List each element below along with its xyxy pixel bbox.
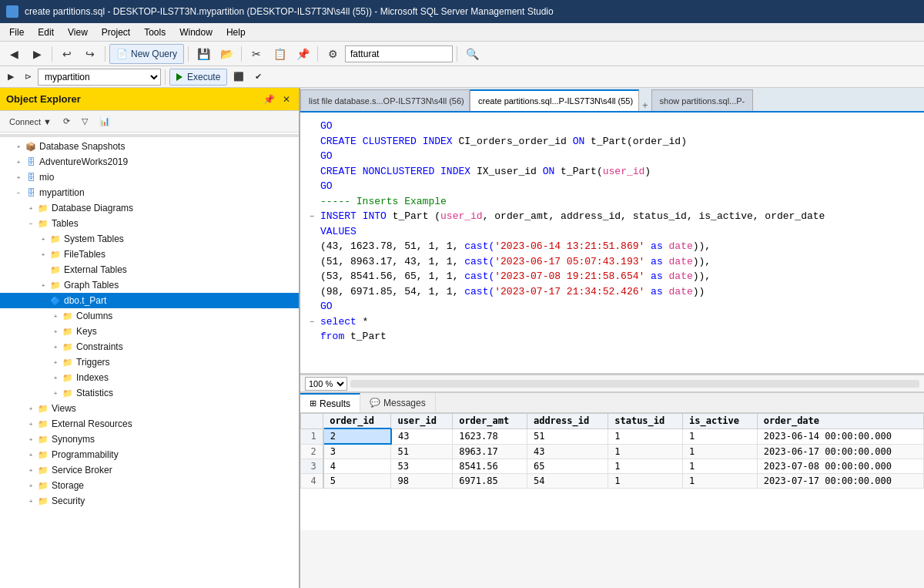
settings-btn[interactable]: ⚙ (322, 44, 343, 64)
cell-status_id-row1[interactable]: 1 (608, 428, 683, 444)
oe-filter-btn[interactable]: ▽ (77, 112, 92, 132)
expand-graph-tables[interactable]: + (37, 279, 49, 291)
tree-item-tables[interactable]: − 📁 Tables (0, 216, 299, 231)
col-header-is-active[interactable]: is_active (683, 414, 758, 429)
menu-item-file[interactable]: File (3, 25, 30, 39)
new-query-button[interactable]: 📄 New Query (109, 44, 184, 64)
expand-adventureworks[interactable]: + (12, 156, 25, 168)
col-header-user-id[interactable]: user_id (391, 414, 453, 429)
cut-btn[interactable]: ✂ (246, 44, 267, 64)
oe-pin-btn[interactable]: 📌 (261, 93, 277, 106)
copy-btn[interactable]: 📋 (269, 44, 290, 64)
tree-item-indexes[interactable]: + 📁 Indexes (0, 370, 299, 385)
results-tab-messages[interactable]: 💬 Messages (360, 393, 436, 412)
tab-add-button[interactable]: + (639, 99, 651, 111)
tab-create-partitions[interactable]: create partitions.sql...P-ILS7T3N\s4ll (… (470, 89, 639, 111)
cell-is_active-row4[interactable]: 1 (683, 474, 758, 489)
search-input[interactable] (345, 45, 453, 62)
tree-item-database-snapshots[interactable]: + 📦 Database Snapshots (0, 139, 299, 154)
expand-dbo-t-part[interactable]: − (37, 294, 49, 307)
cell-order_amt-row3[interactable]: 8541.56 (453, 459, 527, 474)
toolbar2-icon2-btn[interactable]: ⊳ (20, 67, 36, 87)
col-header-order-amt[interactable]: order_amt (453, 414, 527, 429)
expand-views[interactable]: + (25, 402, 37, 415)
cell-order_id-row1[interactable]: 2 (323, 428, 391, 444)
cell-is_active-row3[interactable]: 1 (683, 459, 758, 474)
cell-user_id-row4[interactable]: 98 (391, 474, 453, 489)
tree-item-constraints[interactable]: + 📁 Constraints (0, 339, 299, 354)
expand-external-resources[interactable]: + (25, 418, 37, 430)
table-row[interactable]: 12431623.7851112023-06-14 00:00:00.000 (301, 428, 924, 444)
cell-user_id-row3[interactable]: 53 (391, 459, 453, 474)
save-btn[interactable]: 💾 (192, 44, 214, 64)
cell-status_id-row3[interactable]: 1 (608, 459, 683, 474)
col-header-status-id[interactable]: status_id (608, 414, 683, 429)
oe-close-btn[interactable]: ✕ (280, 93, 293, 106)
cell-order_id-row2[interactable]: 3 (323, 444, 391, 459)
tree-item-synonyms[interactable]: + 📁 Synonyms (0, 432, 299, 447)
expand-columns[interactable]: + (49, 310, 62, 322)
tab-show-partitions[interactable]: show partitions.sql...P- (651, 89, 754, 111)
tree-item-graph-tables[interactable]: + 📁 Graph Tables (0, 277, 299, 293)
tab-list-file[interactable]: list file database.s...OP-ILS7T3N\s4ll (… (300, 89, 470, 111)
expand-tables[interactable]: − (25, 217, 37, 230)
cell-order_id-row4[interactable]: 5 (323, 474, 391, 489)
tree-item-adventureworks[interactable]: + 🗄 AdventureWorks2019 (0, 154, 299, 170)
cell-user_id-row2[interactable]: 51 (391, 444, 453, 459)
paste-btn[interactable]: 📌 (292, 44, 313, 64)
col-header-order-id[interactable]: order_id (323, 414, 391, 429)
expand-indexes[interactable]: + (49, 371, 62, 384)
cell-order_id-row3[interactable]: 4 (323, 459, 391, 474)
tree-item-db-diagrams[interactable]: + 📁 Database Diagrams (0, 200, 299, 216)
cell-address_id-row2[interactable]: 43 (527, 444, 608, 459)
col-header-address-id[interactable]: address_id (527, 414, 608, 429)
cell-address_id-row3[interactable]: 65 (527, 459, 608, 474)
cell-order_amt-row1[interactable]: 1623.78 (453, 428, 527, 444)
expand-mypartition[interactable]: − (12, 186, 25, 199)
col-header-order-date[interactable]: order_date (757, 414, 923, 429)
tree-item-triggers[interactable]: + 📁 Triggers (0, 354, 299, 370)
search-btn[interactable]: 🔍 (461, 44, 483, 64)
expand-db-diagrams[interactable]: + (25, 202, 37, 214)
tree-item-storage[interactable]: + 📁 Storage (0, 478, 299, 493)
tree-item-columns[interactable]: + 📁 Columns (0, 308, 299, 324)
expand-storage[interactable]: + (25, 479, 37, 492)
expand-filetables[interactable]: + (37, 248, 49, 260)
menu-item-help[interactable]: Help (220, 25, 252, 39)
zoom-select[interactable]: 100 % (305, 377, 347, 391)
menu-item-window[interactable]: Window (173, 25, 219, 39)
redo-btn[interactable]: ↪ (79, 44, 101, 64)
oe-refresh-btn[interactable]: ⟳ (59, 112, 75, 132)
database-select[interactable]: mypartition (38, 69, 161, 86)
cell-user_id-row1[interactable]: 43 (391, 428, 453, 444)
cell-address_id-row4[interactable]: 54 (527, 474, 608, 489)
stop-btn[interactable]: ⬛ (229, 67, 249, 87)
toolbar2-icon-btn[interactable]: ▶ (3, 67, 18, 87)
tree-item-security[interactable]: + 📁 Security (0, 493, 299, 509)
expand-programmability[interactable]: + (25, 449, 37, 461)
tree-item-keys[interactable]: + 📁 Keys (0, 324, 299, 339)
tree-item-filetables[interactable]: + 📁 FileTables (0, 247, 299, 262)
tree-item-views[interactable]: + 📁 Views (0, 401, 299, 416)
cell-is_active-row2[interactable]: 1 (683, 444, 758, 459)
expand-keys[interactable]: + (49, 325, 62, 338)
cell-order_date-row2[interactable]: 2023-06-17 00:00:00.000 (757, 444, 923, 459)
tree-item-service-broker[interactable]: + 📁 Service Broker (0, 462, 299, 478)
expand-service-broker[interactable]: + (25, 464, 37, 476)
cell-address_id-row1[interactable]: 51 (527, 428, 608, 444)
oe-connect-btn[interactable]: Connect ▼ (5, 112, 56, 132)
results-tab-results[interactable]: ⊞ Results (300, 393, 360, 412)
tree-item-mypartition[interactable]: − 🗄 mypartition (0, 185, 299, 200)
menu-item-edit[interactable]: Edit (32, 25, 60, 39)
cell-order_amt-row4[interactable]: 6971.85 (453, 474, 527, 489)
tree-item-external-tables[interactable]: 📁 External Tables (0, 262, 299, 277)
expand-external-tables[interactable] (37, 264, 49, 276)
open-btn[interactable]: 📂 (216, 44, 237, 64)
tree-item-dbo-t-part[interactable]: − 🔷 dbo.t_Part (0, 293, 299, 308)
table-row[interactable]: 23518963.1743112023-06-17 00:00:00.000 (301, 444, 924, 459)
horizontal-scrollbar[interactable] (350, 380, 919, 388)
execute-button[interactable]: Execute (169, 69, 227, 86)
expand-statistics[interactable]: + (49, 387, 62, 399)
menu-item-tools[interactable]: Tools (138, 25, 172, 39)
cell-order_date-row3[interactable]: 2023-07-08 00:00:00.000 (757, 459, 923, 474)
